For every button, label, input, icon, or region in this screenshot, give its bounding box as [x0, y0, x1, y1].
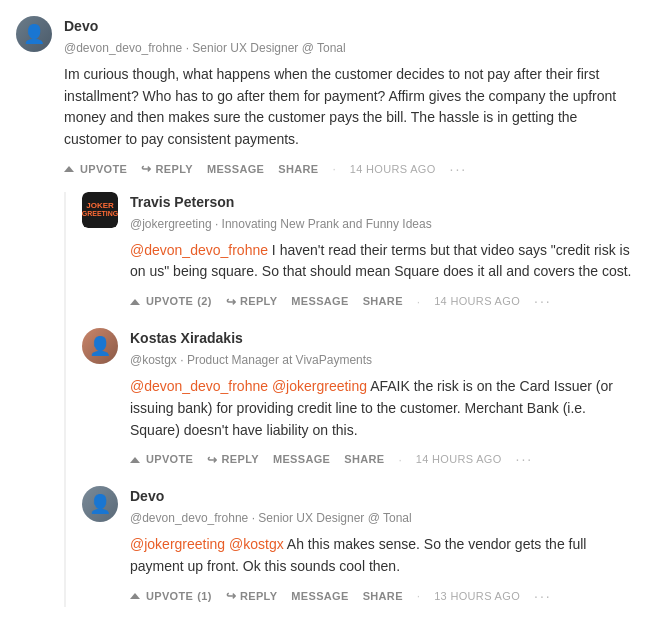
kostas-upvote-label: UPVOTE: [146, 451, 193, 468]
main-author-role: Senior UX Designer @ Tonal: [192, 41, 345, 55]
main-share-button[interactable]: SHARE: [278, 161, 318, 178]
devo2-share-button[interactable]: SHARE: [363, 588, 403, 605]
action-dot-kostas: ·: [398, 451, 401, 469]
travis-share-button[interactable]: SHARE: [363, 293, 403, 310]
main-reply-button[interactable]: ↩ REPLY: [141, 160, 193, 178]
devo2-author-meta: @devon_devo_frohne · Senior UX Designer …: [130, 511, 412, 525]
travis-handle: @jokergreeting: [130, 217, 212, 231]
kostas-message-button[interactable]: MESSAGE: [273, 451, 330, 468]
kostas-more-button[interactable]: ···: [516, 449, 534, 470]
travis-comment-body: @devon_devo_frohne I haven't read their …: [130, 240, 636, 283]
main-author-meta: @devon_devo_frohne · Senior UX Designer …: [64, 41, 346, 55]
devo2-message-label: MESSAGE: [291, 588, 348, 605]
kostas-role: Product Manager at VivaPayments: [187, 353, 372, 367]
kostas-mention1: @devon_devo_frohne: [130, 378, 268, 394]
kostas-comment-content: Kostas Xiradakis @kostgx · Product Manag…: [130, 328, 636, 470]
main-comment-header: Devo @devon_devo_frohne · Senior UX Desi…: [64, 16, 636, 58]
main-time: 14 HOURS AGO: [350, 161, 436, 178]
devo2-comment-actions: UPVOTE (1) ↩ REPLY MESSAGE SHARE · 13 HO…: [130, 586, 636, 607]
kostas-upvote-button[interactable]: UPVOTE: [130, 451, 193, 468]
travis-mention: @devon_devo_frohne: [130, 242, 268, 258]
main-author-name: Devo: [64, 18, 98, 34]
main-comment-content: Devo @devon_devo_frohne · Senior UX Desi…: [64, 16, 636, 180]
upvote-icon-devo2: [130, 593, 140, 599]
devo2-upvote-button[interactable]: UPVOTE (1): [130, 588, 212, 605]
reply-kostas: 👤 Kostas Xiradakis @kostgx · Product Man…: [82, 328, 636, 470]
avatar-devo-main: 👤: [16, 16, 52, 52]
devo2-author-name: Devo: [130, 488, 164, 504]
kostas-handle: @kostgx: [130, 353, 177, 367]
kostas-comment-actions: UPVOTE ↩ REPLY MESSAGE SHARE · 14 HOURS …: [130, 449, 636, 470]
devo2-role: Senior UX Designer @ Tonal: [258, 511, 411, 525]
travis-share-label: SHARE: [363, 293, 403, 310]
travis-comment-actions: UPVOTE (2) ↩ REPLY MESSAGE SHARE · 14 HO…: [130, 291, 636, 312]
kostas-share-button[interactable]: SHARE: [344, 451, 384, 468]
main-message-label: MESSAGE: [207, 161, 264, 178]
travis-message-label: MESSAGE: [291, 293, 348, 310]
travis-upvote-label: UPVOTE: [146, 293, 193, 310]
kostas-reply-button[interactable]: ↩ REPLY: [207, 451, 259, 469]
action-dot-devo2: ·: [417, 587, 420, 605]
devo2-comment-content: Devo @devon_devo_frohne · Senior UX Desi…: [130, 486, 636, 606]
kostas-comment-body: @devon_devo_frohne @jokergreeting AFAIK …: [130, 376, 636, 441]
main-author-handle: @devon_devo_frohne: [64, 41, 182, 55]
devo2-upvote-label: UPVOTE: [146, 588, 193, 605]
devo2-message-button[interactable]: MESSAGE: [291, 588, 348, 605]
devo2-handle: @devon_devo_frohne: [130, 511, 248, 525]
devo2-comment-header: Devo @devon_devo_frohne · Senior UX Desi…: [130, 486, 636, 528]
devo2-more-button[interactable]: ···: [534, 586, 552, 607]
kostas-time: 14 HOURS AGO: [416, 451, 502, 468]
devo2-reply-label: REPLY: [240, 588, 277, 605]
avatar-kostas: 👤: [82, 328, 118, 364]
action-dot-travis: ·: [417, 293, 420, 311]
kostas-comment-header: Kostas Xiradakis @kostgx · Product Manag…: [130, 328, 636, 370]
avatar-travis: JOKER GREETING: [82, 192, 118, 228]
main-reply-label: REPLY: [156, 161, 193, 178]
devo2-mention2: @kostgx: [229, 536, 284, 552]
devo2-reply-button[interactable]: ↩ REPLY: [226, 587, 278, 605]
nested-comments: JOKER GREETING Travis Peterson @jokergre…: [64, 192, 636, 607]
action-dot-1: ·: [332, 160, 335, 178]
travis-comment-header: Travis Peterson @jokergreeting · Innovat…: [130, 192, 636, 234]
reply-devo2: 👤 Devo @devon_devo_frohne · Senior UX De…: [82, 486, 636, 606]
main-comment-actions: UPVOTE ↩ REPLY MESSAGE SHARE · 14 HOURS …: [64, 159, 636, 180]
travis-upvote-button[interactable]: UPVOTE (2): [130, 293, 212, 310]
main-comment: 👤 Devo @devon_devo_frohne · Senior UX De…: [16, 16, 636, 180]
reply-icon-travis: ↩: [226, 293, 236, 311]
kostas-author-meta: @kostgx · Product Manager at VivaPayment…: [130, 353, 372, 367]
kostas-share-label: SHARE: [344, 451, 384, 468]
main-more-button[interactable]: ···: [450, 159, 468, 180]
main-message-button[interactable]: MESSAGE: [207, 161, 264, 178]
devo2-comment-body: @jokergreeting @kostgx Ah this makes sen…: [130, 534, 636, 577]
travis-time: 14 HOURS AGO: [434, 293, 520, 310]
kostas-message-label: MESSAGE: [273, 451, 330, 468]
main-upvote-button[interactable]: UPVOTE: [64, 161, 127, 178]
main-share-label: SHARE: [278, 161, 318, 178]
travis-author-meta: @jokergreeting · Innovating New Prank an…: [130, 217, 432, 231]
kostas-reply-label: REPLY: [222, 451, 259, 468]
travis-author-name: Travis Peterson: [130, 194, 234, 210]
travis-comment-content: Travis Peterson @jokergreeting · Innovat…: [130, 192, 636, 312]
main-upvote-label: UPVOTE: [80, 161, 127, 178]
reply-icon-devo2: ↩: [226, 587, 236, 605]
kostas-mention2: @jokergreeting: [272, 378, 367, 394]
main-comment-body: Im curious though, what happens when the…: [64, 64, 636, 151]
reply-icon: ↩: [141, 160, 151, 178]
reply-travis: JOKER GREETING Travis Peterson @jokergre…: [82, 192, 636, 312]
travis-vote-count: (2): [197, 293, 211, 310]
devo2-vote-count: (1): [197, 588, 211, 605]
avatar-devo2: 👤: [82, 486, 118, 522]
travis-reply-button[interactable]: ↩ REPLY: [226, 293, 278, 311]
travis-more-button[interactable]: ···: [534, 291, 552, 312]
devo2-time: 13 HOURS AGO: [434, 588, 520, 605]
travis-message-button[interactable]: MESSAGE: [291, 293, 348, 310]
travis-role: Innovating New Prank and Funny Ideas: [222, 217, 432, 231]
devo2-mention1: @jokergreeting: [130, 536, 225, 552]
upvote-icon-travis: [130, 299, 140, 305]
travis-reply-label: REPLY: [240, 293, 277, 310]
kostas-author-name: Kostas Xiradakis: [130, 330, 243, 346]
devo2-share-label: SHARE: [363, 588, 403, 605]
upvote-icon: [64, 166, 74, 172]
reply-icon-kostas: ↩: [207, 451, 217, 469]
upvote-icon-kostas: [130, 457, 140, 463]
